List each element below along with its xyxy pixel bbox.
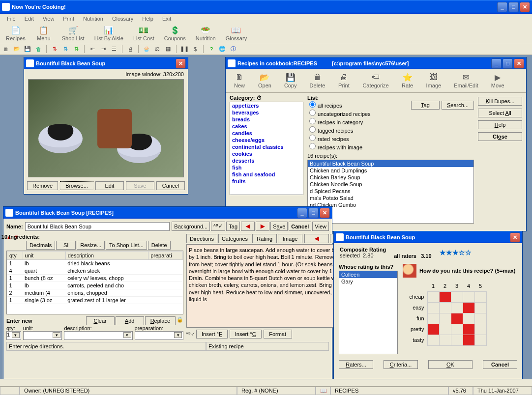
category-item[interactable]: candies (230, 130, 303, 137)
replace-button[interactable]: Replace (145, 316, 176, 325)
ing-si-button[interactable]: SI (56, 241, 76, 250)
menu-exit[interactable]: Exit (158, 15, 175, 23)
delete-icon[interactable]: 🗑 (34, 45, 42, 53)
help-button[interactable]: Help (478, 120, 522, 129)
new-icon[interactable]: 🗎 (2, 45, 10, 53)
recipe-item[interactable]: Bountiful Black Bean Soup (308, 160, 473, 167)
clear-button[interactable]: Clear (86, 316, 115, 325)
unit-combo[interactable] (23, 331, 62, 340)
help-icon[interactable]: ? (207, 45, 215, 53)
filter-radio[interactable]: all recipes (309, 101, 411, 109)
minimize-icon[interactable]: _ (297, 208, 307, 218)
ingredient-row[interactable]: 1lbdried black beans (7, 260, 183, 267)
filter-radio[interactable]: uncategorized recipes (309, 109, 411, 117)
nutrition-icon[interactable]: 🧁 (143, 45, 150, 53)
category-item[interactable]: beverages (230, 109, 303, 116)
menu-edit[interactable]: Edit (21, 15, 38, 23)
rtoolbar-image[interactable]: 🖼Image (422, 71, 445, 90)
menu-file[interactable]: File (3, 15, 20, 23)
save-button[interactable]: Save (270, 222, 288, 231)
name-input[interactable] (25, 222, 170, 231)
category-item[interactable]: appetizers (230, 102, 303, 109)
format-button[interactable]: Format (264, 330, 292, 339)
category-list[interactable]: appetizersbeveragesbreadscakescandiesche… (230, 102, 303, 195)
toolbar-nutrition[interactable]: 🥗Nutrition (192, 25, 220, 42)
rtoolbar-copy[interactable]: 💾Copy (280, 71, 301, 90)
open-icon[interactable]: 📂 (13, 45, 21, 53)
preparation-combo[interactable] (135, 331, 183, 340)
category-item[interactable]: cakes (230, 123, 303, 130)
rtoolbar-new[interactable]: 🗎New (230, 71, 249, 90)
category-item[interactable]: fruits (230, 178, 303, 185)
criteria-button[interactable]: Criteria... (384, 360, 418, 369)
category-item[interactable]: fish and seafood (230, 171, 303, 178)
close-icon[interactable]: ✕ (320, 208, 330, 218)
ing-decimals-button[interactable]: Decimals (26, 241, 55, 250)
indent-icon[interactable]: ⇤ (89, 45, 96, 53)
rtoolbar-categorize[interactable]: 🏷Categorize (358, 71, 392, 90)
category-item[interactable]: continental classics (230, 143, 303, 150)
tab-rating[interactable]: Rating (252, 234, 277, 243)
recipe-item[interactable]: ma's Potato Salad (308, 195, 473, 201)
minimize-icon[interactable]: _ (491, 58, 502, 69)
rtoolbar-print[interactable]: 🖨Print (334, 71, 354, 90)
toolbar-menu[interactable]: 📋Menu (31, 25, 56, 42)
rtoolbar-delete[interactable]: 🗑Delete (306, 71, 329, 90)
tab-directions[interactable]: Directions (186, 234, 217, 243)
toolbar-glossary[interactable]: 📖Glossary (222, 25, 251, 42)
ingredient-row[interactable]: 1single (3 ozgrated zest of 1 large ler (7, 297, 183, 304)
close-icon[interactable]: ✕ (510, 232, 520, 243)
recipe-item[interactable]: nd Chicken Gumbo (308, 201, 473, 208)
category-item[interactable]: desserts (230, 157, 303, 164)
sort-icon[interactable]: ⇅ (72, 45, 80, 53)
minimize-button[interactable]: _ (497, 2, 507, 12)
ing-delete-button[interactable]: Delete (148, 241, 171, 250)
rater-item[interactable]: Gary (339, 278, 397, 285)
filter-radio[interactable]: rated recipes (309, 134, 411, 142)
recipe-item[interactable]: d Spiced Pecans (308, 188, 473, 195)
category-item[interactable]: cheese/eggs (230, 137, 303, 143)
qty-combo[interactable]: 1 (6, 331, 21, 340)
category-item[interactable]: fish (230, 164, 303, 171)
sort-za-icon[interactable]: ⇅ (61, 45, 69, 53)
list-icon[interactable]: ☰ (110, 45, 118, 53)
maximize-button[interactable]: □ (508, 2, 519, 12)
ingredient-row[interactable]: 1bunch (8 ozcelery w/ leaves, chopp (7, 275, 183, 282)
rater-item[interactable]: Colleen (339, 271, 397, 278)
rtoolbar-email-edit[interactable]: ✉Email/Edit (450, 71, 482, 90)
close-icon[interactable]: ✕ (514, 58, 524, 69)
tag-button[interactable]: Tag (411, 101, 440, 110)
background-button[interactable]: Background... (172, 222, 210, 231)
tag-button[interactable]: Tag (226, 222, 240, 231)
save-button[interactable]: Save (126, 181, 154, 190)
directions-text[interactable]: Place beans in large saucepan. Add enoug… (186, 244, 355, 328)
menu-view[interactable]: View (39, 15, 59, 23)
save-icon[interactable]: 💾 (24, 45, 31, 53)
pause-icon[interactable]: ❚❚ (180, 45, 188, 53)
recipe-item[interactable]: Chicken Noodle Soup (308, 181, 473, 188)
menu-glossary[interactable]: Glossary (108, 15, 137, 23)
ingredients-table[interactable]: qtyunitdescriptionpreparati1lbdried blac… (6, 251, 183, 314)
maximize-icon[interactable]: □ (308, 208, 319, 218)
prev-button[interactable]: ◀ (241, 222, 255, 231)
prev-tab-button[interactable]: ◀ (304, 234, 329, 243)
tab-categories[interactable]: Categories (218, 234, 251, 243)
toolbar-coupons[interactable]: 💲Coupons (160, 25, 190, 42)
add-button[interactable]: Add (116, 316, 144, 325)
ingredient-row[interactable]: 2medium (4onions, chopped (7, 289, 183, 297)
spellcheck-icon[interactable]: ᴬᴮ✓ (186, 330, 194, 338)
insert-c-button[interactable]: Insert °C (230, 330, 262, 339)
toolbar-list-by-aisle[interactable]: 📊List By Aisle (90, 25, 127, 42)
toolbar-recipes[interactable]: 📄Recipes (2, 25, 30, 42)
filter-radio[interactable]: tagged recipes (309, 126, 411, 134)
cancel-button[interactable]: Cancel (483, 360, 517, 369)
next-button[interactable]: ▶ (256, 222, 269, 231)
rating-grid[interactable]: 12345cheapeasyfunprettytasty (403, 281, 487, 346)
category-item[interactable]: breads (230, 116, 303, 123)
ing-toshoplist-button[interactable]: To Shop List... (106, 241, 147, 250)
ok-button[interactable]: OK (428, 360, 473, 369)
ingredient-row[interactable]: 4quartchicken stock (7, 267, 183, 275)
edit-button[interactable]: Edit (95, 181, 124, 190)
scale-icon[interactable]: ⚖ (153, 45, 161, 53)
menu-print[interactable]: Print (59, 15, 78, 23)
